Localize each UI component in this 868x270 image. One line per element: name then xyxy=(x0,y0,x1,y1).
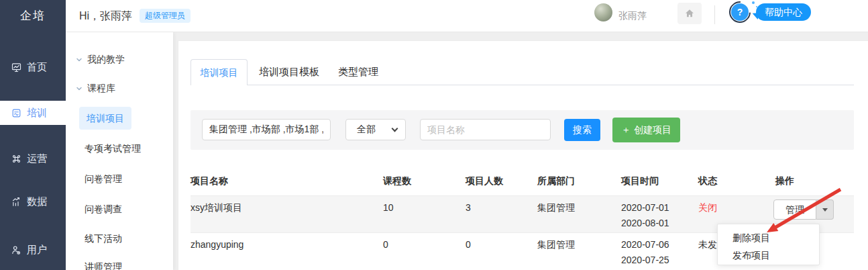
nav-label: 首页 xyxy=(27,61,47,74)
menu-item-lecturer-management[interactable]: 讲师管理 xyxy=(85,257,122,270)
date-end: 2020-07-25 xyxy=(621,253,698,268)
manage-dropdown-toggle[interactable] xyxy=(816,199,834,220)
content-card: 培训项目 培训项目模板 类型管理 全部 搜索 ＋ 创建项目 项目名称 xyxy=(178,40,868,270)
nav-label: 运营 xyxy=(27,152,47,165)
avatar[interactable] xyxy=(594,3,612,21)
action-dropdown-menu: 删除项目 发布项目 xyxy=(717,224,820,265)
type-select[interactable]: 全部 xyxy=(345,119,406,140)
menu-item-delete-project[interactable]: 删除项目 xyxy=(718,229,819,246)
type-select-value: 全部 xyxy=(357,124,376,136)
data-icon xyxy=(11,196,22,208)
nav-item-training[interactable]: 培训 xyxy=(0,101,66,125)
app: 企培 首页 培训 运营 xyxy=(0,0,868,270)
nav-item-home[interactable]: 首页 xyxy=(0,55,66,79)
plus-icon: ＋ xyxy=(621,124,631,136)
cell-course-count: 10 xyxy=(383,196,466,232)
training-icon xyxy=(11,107,22,119)
role-badge: 超级管理员 xyxy=(140,9,191,23)
column-header: 所属部门 xyxy=(537,175,621,187)
nav-label: 用户 xyxy=(27,244,47,257)
menu-group-course-library[interactable]: 课程库 xyxy=(66,79,173,97)
tab-training-project[interactable]: 培训项目 xyxy=(191,59,248,85)
cell-people-count: 3 xyxy=(466,196,537,232)
house-icon xyxy=(684,8,695,19)
topbar: Hi，张雨萍 超级管理员 张雨萍 ? 帮助中心 xyxy=(66,0,868,32)
nav-item-operations[interactable]: 运营 xyxy=(0,146,66,171)
primary-sidebar: 企培 首页 培训 运营 xyxy=(0,0,66,270)
secondary-sidebar: 我的教学 课程库 培训项目 专项考试管理 问卷管理 问卷调查 线下活动 讲师管理 xyxy=(66,32,173,270)
column-header: 操作 xyxy=(775,175,854,187)
search-button[interactable]: 搜索 xyxy=(564,119,600,141)
cell-department: 集团管理 xyxy=(537,196,621,232)
cell-project-name: xsy培训项目 xyxy=(191,196,383,232)
nav-label: 培训 xyxy=(27,107,47,120)
cell-department: 集团管理 xyxy=(537,233,621,270)
menu-item-special-exam[interactable]: 专项考试管理 xyxy=(85,139,141,158)
cell-project-dates: 2020-07-01 2020-08-01 xyxy=(621,196,698,232)
user-name[interactable]: 张雨萍 xyxy=(618,0,647,32)
users-icon xyxy=(11,244,22,256)
cell-course-count: 0 xyxy=(383,233,466,270)
menu-item-offline-activity[interactable]: 线下活动 xyxy=(85,229,122,248)
chevron-down-icon xyxy=(392,125,398,132)
help-center-button[interactable]: 帮助中心 xyxy=(756,3,811,21)
cell-project-name: zhangyuping xyxy=(191,233,383,270)
tab-type-management[interactable]: 类型管理 xyxy=(338,59,378,85)
manage-button[interactable]: 管理 xyxy=(773,199,816,220)
decor-dots-icon xyxy=(752,1,755,4)
cell-project-dates: 2020-07-06 2020-07-25 xyxy=(621,233,698,270)
brand-logo[interactable]: 企培 xyxy=(0,0,66,32)
nav-label: 数据 xyxy=(27,195,47,208)
column-header: 项目时间 xyxy=(621,175,698,187)
project-name-input[interactable] xyxy=(420,119,551,140)
date-start: 2020-07-06 xyxy=(621,237,698,253)
menu-item-questionnaire-management[interactable]: 问卷管理 xyxy=(85,169,122,188)
table-header-row: 项目名称 课程数 项目人数 所属部门 项目时间 状态 操作 xyxy=(191,167,854,195)
column-header: 状态 xyxy=(698,175,775,187)
column-header: 课程数 xyxy=(383,175,466,187)
menu-group-label: 我的教学 xyxy=(87,50,125,69)
caret-down-icon xyxy=(822,208,828,212)
chevron-down-icon xyxy=(76,56,83,63)
tabs-divider xyxy=(191,85,854,85)
help-icon-button[interactable]: ? xyxy=(731,3,749,21)
nav-item-data[interactable]: 数据 xyxy=(0,189,66,214)
department-filter-input[interactable] xyxy=(202,119,331,140)
home-button[interactable] xyxy=(677,3,702,24)
date-start: 2020-07-01 xyxy=(621,200,698,216)
column-header: 项目名称 xyxy=(191,175,383,187)
chevron-down-icon xyxy=(76,85,83,92)
menu-item-questionnaire-survey[interactable]: 问卷调查 xyxy=(85,199,122,218)
nav-item-users[interactable]: 用户 xyxy=(0,238,66,262)
topbar-divider xyxy=(714,5,715,24)
menu-item-publish-project[interactable]: 发布项目 xyxy=(718,246,819,264)
home-icon xyxy=(11,62,22,73)
greeting-text: Hi，张雨萍 xyxy=(79,0,132,32)
cell-people-count: 0 xyxy=(466,233,537,270)
menu-group-my-teaching[interactable]: 我的教学 xyxy=(66,50,173,69)
filter-bar: 全部 搜索 ＋ 创建项目 xyxy=(191,110,854,150)
tab-training-template[interactable]: 培训项目模板 xyxy=(259,59,319,85)
create-project-label: 创建项目 xyxy=(634,124,671,136)
column-header: 项目人数 xyxy=(466,175,537,187)
menu-group-label: 课程库 xyxy=(87,79,115,97)
operations-icon xyxy=(11,153,22,165)
date-end: 2020-08-01 xyxy=(621,216,698,231)
create-project-button[interactable]: ＋ 创建项目 xyxy=(612,118,680,142)
manage-split-button: 管理 xyxy=(773,199,834,220)
main-area: 培训项目 培训项目模板 类型管理 全部 搜索 ＋ 创建项目 项目名称 xyxy=(173,32,868,270)
menu-item-training-project[interactable]: 培训项目 xyxy=(79,107,131,130)
